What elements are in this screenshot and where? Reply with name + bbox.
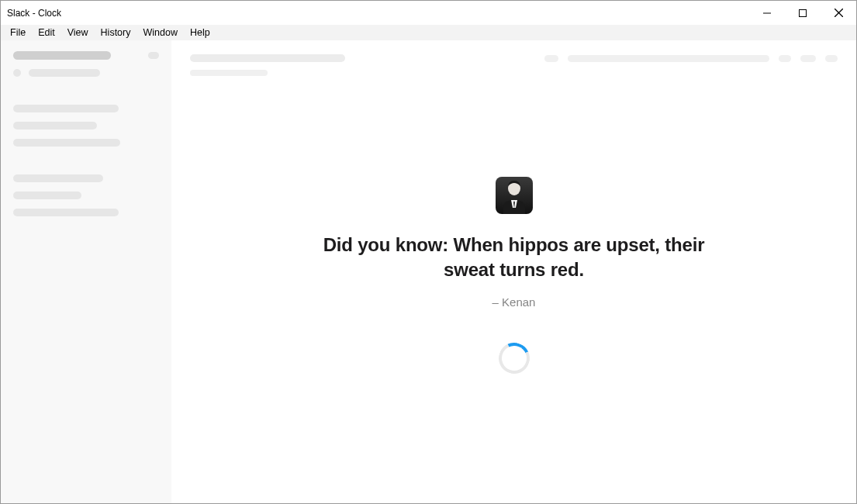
sidebar-skeleton	[1, 40, 171, 503]
window-minimize-button[interactable]	[749, 1, 785, 25]
skeleton-bar	[800, 55, 816, 62]
skeleton-bar	[190, 54, 345, 62]
avatar-icon	[496, 177, 533, 214]
menu-history[interactable]: History	[95, 26, 137, 40]
skeleton-bar	[13, 192, 81, 199]
skeleton-bar	[13, 174, 103, 182]
menu-view[interactable]: View	[61, 26, 95, 40]
sidebar-subheader-skeleton	[13, 69, 159, 77]
menu-file[interactable]: File	[4, 26, 32, 40]
menu-window[interactable]: Window	[136, 26, 183, 40]
skeleton-bar	[13, 105, 119, 112]
maximize-icon	[799, 9, 807, 17]
skeleton-bar	[825, 55, 838, 62]
skeleton-bar	[13, 122, 97, 129]
loading-spinner	[494, 338, 534, 378]
app-body: Did you know: When hippos are upset, the…	[1, 40, 856, 503]
skeleton-bar	[190, 70, 268, 76]
skeleton-bar	[29, 69, 100, 77]
skeleton-bar	[779, 55, 791, 62]
sidebar-group-skeleton	[13, 105, 159, 147]
sidebar-group-skeleton	[13, 174, 159, 216]
window-close-button[interactable]	[821, 1, 856, 25]
skeleton-bar	[13, 139, 120, 147]
window-title: Slack - Clock	[7, 8, 61, 19]
svg-rect-0	[800, 9, 807, 16]
minimize-icon	[763, 9, 771, 17]
loading-content: Did you know: When hippos are upset, the…	[171, 76, 856, 503]
menu-bar: File Edit View History Window Help	[1, 25, 856, 40]
skeleton-bar	[13, 51, 111, 60]
sidebar-header-skeleton	[13, 51, 159, 60]
skeleton-bar	[148, 52, 159, 59]
main-topbar-skeleton	[171, 40, 856, 76]
skeleton-dot	[13, 69, 21, 77]
close-icon	[835, 9, 843, 17]
window-maximize-button[interactable]	[785, 1, 821, 25]
window-titlebar: Slack - Clock	[1, 1, 856, 25]
skeleton-bar	[13, 209, 119, 216]
window-controls	[749, 1, 856, 25]
main-pane: Did you know: When hippos are upset, the…	[171, 40, 856, 503]
loading-fact-text: Did you know: When hippos are upset, the…	[297, 233, 731, 283]
loading-attribution: – Kenan	[492, 295, 536, 309]
menu-help[interactable]: Help	[184, 26, 216, 40]
skeleton-bar	[568, 55, 769, 62]
skeleton-bar	[544, 55, 558, 62]
menu-edit[interactable]: Edit	[32, 26, 61, 40]
loading-avatar	[496, 177, 533, 214]
app-window: Slack - Clock File Edit View History Win…	[0, 0, 857, 504]
